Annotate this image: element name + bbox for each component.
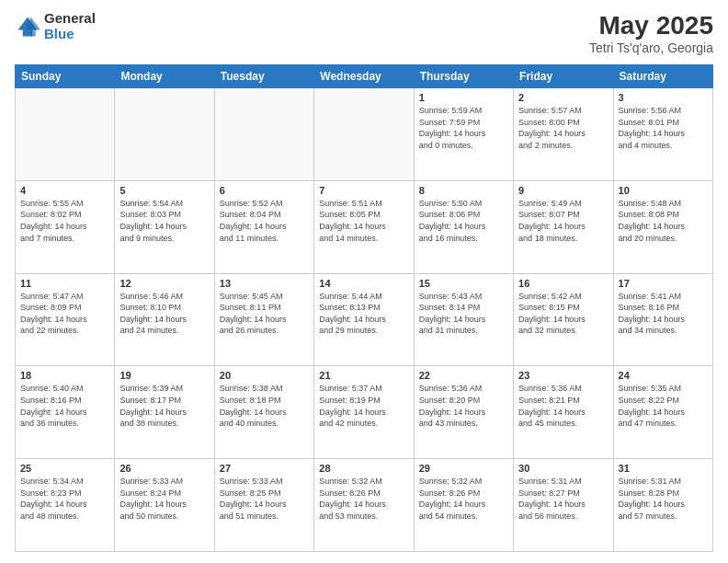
day-number: 1 [419,92,508,103]
calendar-week-4: 18Sunrise: 5:40 AM Sunset: 8:16 PM Dayli… [16,366,713,459]
day-info: Sunrise: 5:34 AM Sunset: 8:23 PM Dayligh… [20,476,109,522]
day-info: Sunrise: 5:36 AM Sunset: 8:21 PM Dayligh… [518,383,608,429]
calendar-cell-w1-d2 [115,88,214,181]
header-tuesday: Tuesday [214,65,313,88]
calendar-cell-w2-d1: 4Sunrise: 5:55 AM Sunset: 8:02 PM Daylig… [16,180,115,273]
logo-blue-text: Blue [44,27,96,42]
day-info: Sunrise: 5:45 AM Sunset: 8:11 PM Dayligh… [220,291,309,337]
calendar-cell-w5-d1: 25Sunrise: 5:34 AM Sunset: 8:23 PM Dayli… [16,459,115,552]
calendar-cell-w2-d2: 5Sunrise: 5:54 AM Sunset: 8:03 PM Daylig… [115,180,214,273]
day-number: 21 [319,370,408,381]
day-info: Sunrise: 5:39 AM Sunset: 8:17 PM Dayligh… [119,383,209,429]
logo: General Blue [15,11,96,41]
calendar-cell-w4-d5: 22Sunrise: 5:36 AM Sunset: 8:20 PM Dayli… [414,366,513,459]
calendar-cell-w5-d2: 26Sunrise: 5:33 AM Sunset: 8:24 PM Dayli… [115,459,214,552]
day-info: Sunrise: 5:40 AM Sunset: 8:16 PM Dayligh… [20,383,109,429]
calendar-cell-w4-d3: 20Sunrise: 5:38 AM Sunset: 8:18 PM Dayli… [214,366,313,459]
calendar-cell-w2-d4: 7Sunrise: 5:51 AM Sunset: 8:05 PM Daylig… [314,180,414,273]
day-number: 25 [20,463,109,474]
header-monday: Monday [115,65,214,88]
calendar-cell-w2-d5: 8Sunrise: 5:50 AM Sunset: 8:06 PM Daylig… [414,180,513,273]
day-info: Sunrise: 5:50 AM Sunset: 8:06 PM Dayligh… [419,198,508,244]
calendar-week-3: 11Sunrise: 5:47 AM Sunset: 8:09 PM Dayli… [16,273,713,366]
day-info: Sunrise: 5:56 AM Sunset: 8:01 PM Dayligh… [619,105,708,151]
calendar-cell-w3-d6: 16Sunrise: 5:42 AM Sunset: 8:15 PM Dayli… [514,273,613,366]
day-number: 23 [518,370,608,381]
day-number: 30 [518,463,608,474]
day-number: 13 [220,278,309,289]
calendar-cell-w3-d3: 13Sunrise: 5:45 AM Sunset: 8:11 PM Dayli… [214,273,313,366]
day-info: Sunrise: 5:55 AM Sunset: 8:02 PM Dayligh… [20,198,109,244]
day-number: 4 [20,185,109,196]
calendar-cell-w4-d4: 21Sunrise: 5:37 AM Sunset: 8:19 PM Dayli… [314,366,414,459]
day-info: Sunrise: 5:31 AM Sunset: 8:27 PM Dayligh… [518,476,608,522]
day-info: Sunrise: 5:32 AM Sunset: 8:26 PM Dayligh… [319,476,408,522]
calendar-cell-w5-d7: 31Sunrise: 5:31 AM Sunset: 8:28 PM Dayli… [613,459,712,552]
calendar-cell-w4-d1: 18Sunrise: 5:40 AM Sunset: 8:16 PM Dayli… [16,366,115,459]
day-number: 3 [619,92,708,103]
day-number: 2 [518,92,608,103]
day-info: Sunrise: 5:46 AM Sunset: 8:10 PM Dayligh… [119,291,209,337]
calendar-cell-w1-d5: 1Sunrise: 5:59 AM Sunset: 7:59 PM Daylig… [414,88,513,181]
day-number: 12 [119,278,209,289]
day-info: Sunrise: 5:47 AM Sunset: 8:09 PM Dayligh… [20,291,109,337]
calendar-cell-w3-d4: 14Sunrise: 5:44 AM Sunset: 8:13 PM Dayli… [314,273,414,366]
calendar-week-1: 1Sunrise: 5:59 AM Sunset: 7:59 PM Daylig… [16,88,713,181]
calendar-cell-w2-d7: 10Sunrise: 5:48 AM Sunset: 8:08 PM Dayli… [613,180,712,273]
day-info: Sunrise: 5:57 AM Sunset: 8:00 PM Dayligh… [518,105,608,151]
logo-text: General Blue [44,11,96,41]
day-number: 28 [319,463,408,474]
calendar-cell-w2-d6: 9Sunrise: 5:49 AM Sunset: 8:07 PM Daylig… [514,180,613,273]
day-number: 8 [419,185,508,196]
day-number: 9 [518,185,608,196]
calendar-week-5: 25Sunrise: 5:34 AM Sunset: 8:23 PM Dayli… [16,459,713,552]
day-info: Sunrise: 5:36 AM Sunset: 8:20 PM Dayligh… [419,383,508,429]
day-info: Sunrise: 5:59 AM Sunset: 7:59 PM Dayligh… [419,105,508,151]
day-info: Sunrise: 5:33 AM Sunset: 8:25 PM Dayligh… [220,476,309,522]
day-number: 26 [119,463,209,474]
day-info: Sunrise: 5:43 AM Sunset: 8:14 PM Dayligh… [419,291,508,337]
day-number: 29 [419,463,508,474]
day-number: 31 [619,463,708,474]
calendar-cell-w1-d6: 2Sunrise: 5:57 AM Sunset: 8:00 PM Daylig… [514,88,613,181]
day-info: Sunrise: 5:49 AM Sunset: 8:07 PM Dayligh… [518,198,608,244]
day-info: Sunrise: 5:41 AM Sunset: 8:16 PM Dayligh… [619,291,708,337]
calendar-cell-w4-d7: 24Sunrise: 5:35 AM Sunset: 8:22 PM Dayli… [613,366,712,459]
day-number: 7 [319,185,408,196]
day-info: Sunrise: 5:38 AM Sunset: 8:18 PM Dayligh… [220,383,309,429]
header-thursday: Thursday [414,65,513,88]
title-block: May 2025 Tetri Ts'q'aro, Georgia [589,11,713,55]
day-number: 17 [619,278,708,289]
day-number: 10 [619,185,708,196]
calendar-cell-w5-d6: 30Sunrise: 5:31 AM Sunset: 8:27 PM Dayli… [514,459,613,552]
day-info: Sunrise: 5:48 AM Sunset: 8:08 PM Dayligh… [619,198,708,244]
day-info: Sunrise: 5:42 AM Sunset: 8:15 PM Dayligh… [518,291,608,337]
day-number: 19 [119,370,209,381]
day-number: 15 [419,278,508,289]
calendar-cell-w3-d1: 11Sunrise: 5:47 AM Sunset: 8:09 PM Dayli… [16,273,115,366]
logo-icon [15,14,40,40]
header-sunday: Sunday [16,65,115,88]
day-number: 6 [220,185,309,196]
calendar-cell-w5-d4: 28Sunrise: 5:32 AM Sunset: 8:26 PM Dayli… [314,459,414,552]
day-info: Sunrise: 5:51 AM Sunset: 8:05 PM Dayligh… [319,198,408,244]
calendar-cell-w1-d1 [16,88,115,181]
calendar-cell-w1-d7: 3Sunrise: 5:56 AM Sunset: 8:01 PM Daylig… [613,88,712,181]
day-number: 22 [419,370,508,381]
calendar-header-row: Sunday Monday Tuesday Wednesday Thursday… [16,65,713,88]
calendar-cell-w4-d6: 23Sunrise: 5:36 AM Sunset: 8:21 PM Dayli… [514,366,613,459]
calendar-week-2: 4Sunrise: 5:55 AM Sunset: 8:02 PM Daylig… [16,180,713,273]
day-number: 5 [119,185,209,196]
main-title: May 2025 [589,11,713,40]
day-number: 11 [20,278,109,289]
day-info: Sunrise: 5:31 AM Sunset: 8:28 PM Dayligh… [619,476,708,522]
header-wednesday: Wednesday [314,65,414,88]
day-info: Sunrise: 5:54 AM Sunset: 8:03 PM Dayligh… [119,198,209,244]
calendar-cell-w5-d3: 27Sunrise: 5:33 AM Sunset: 8:25 PM Dayli… [214,459,313,552]
day-number: 24 [619,370,708,381]
day-number: 16 [518,278,608,289]
calendar-cell-w3-d2: 12Sunrise: 5:46 AM Sunset: 8:10 PM Dayli… [115,273,214,366]
day-number: 27 [220,463,309,474]
header: General Blue May 2025 Tetri Ts'q'aro, Ge… [15,11,713,55]
calendar-cell-w1-d3 [214,88,313,181]
